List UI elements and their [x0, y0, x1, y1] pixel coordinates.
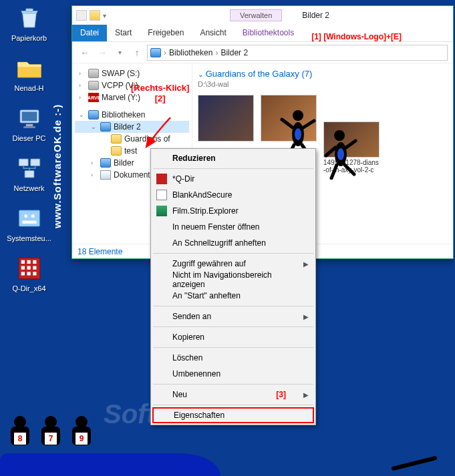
svg-rect-17	[27, 266, 30, 270]
title-bar[interactable]: ▾ Verwalten Bilder 2	[72, 6, 453, 25]
tab-file[interactable]: Datei	[72, 25, 107, 41]
status-item-count: 18 Elemente	[78, 247, 122, 256]
cartoon-figure	[321, 126, 361, 180]
context-menu-item[interactable]: Löschen	[152, 350, 314, 366]
library-icon	[100, 158, 111, 168]
tab-view[interactable]: Ansicht	[192, 25, 234, 41]
context-menu-label: An Schnellzugriff anheften	[172, 238, 266, 248]
context-menu-label: In neuem Fenster öffnen	[172, 222, 260, 232]
qat-button[interactable]	[76, 10, 87, 21]
context-menu-item[interactable]: BlankAndSecure	[152, 187, 314, 203]
context-menu-separator	[153, 253, 313, 254]
context-menu-label: BlankAndSecure	[172, 190, 232, 200]
context-menu-label: An "Start" anheften	[172, 291, 241, 300]
svg-rect-19	[21, 272, 24, 275]
context-menu-item[interactable]: Neu▶[3]	[152, 387, 314, 403]
tree-item-libraries[interactable]: ⌄Bibliotheken	[75, 109, 189, 121]
tree-item-bilder2[interactable]: ⌄Bilder 2	[75, 121, 189, 133]
desktop-icon-user-folder[interactable]: Nenad-H	[4, 54, 54, 92]
svg-rect-16	[21, 266, 24, 270]
submenu-arrow-icon: ▶	[303, 260, 309, 268]
juror-score: 8	[13, 432, 27, 445]
nav-back-button[interactable]: ←	[78, 45, 92, 60]
context-menu-item[interactable]: Nicht im Navigationsbereich anzeigen	[152, 272, 314, 288]
chevron-right-icon[interactable]: ›	[91, 160, 98, 166]
annotation-2-line2: [2]	[131, 93, 189, 104]
qat-button[interactable]	[90, 10, 100, 21]
juror-figure: 9	[67, 416, 96, 456]
desktop-icon-qdir[interactable]: Q-Dir_x64	[4, 254, 54, 292]
context-menu-item[interactable]: In neuem Fenster öffnen	[152, 219, 314, 235]
context-menu-item[interactable]: Zugriff gewähren auf▶	[152, 256, 314, 272]
drive-icon	[88, 81, 99, 90]
tree-item-folder[interactable]: Guardians of	[75, 133, 189, 145]
context-menu-label: Zugriff gewähren auf	[172, 259, 246, 268]
folder-icon	[111, 134, 122, 144]
context-menu-item[interactable]: An Schnellzugriff anheften	[152, 235, 314, 251]
folder-icon	[111, 146, 122, 156]
submenu-arrow-icon: ▶	[303, 313, 309, 320]
chevron-down-icon[interactable]: ⌄	[91, 124, 98, 130]
tree-label: Bibliotheken	[102, 110, 145, 120]
nav-up-button[interactable]: ↑	[130, 45, 144, 60]
svg-point-24	[295, 128, 301, 140]
desktop-icon-network[interactable]: Netzwerk	[4, 154, 54, 192]
breadcrumb-root[interactable]: Bibliotheken	[169, 48, 212, 57]
group-header[interactable]: ⌄ Guardians of the Galaxy (7)	[198, 69, 448, 79]
context-menu-label: Neu	[172, 390, 187, 399]
chevron-down-icon[interactable]: ⌄	[79, 111, 86, 118]
context-menu-item[interactable]: Eigenschaften	[152, 407, 314, 423]
context-menu-label: Löschen	[172, 353, 202, 363]
desktop-icon-this-pc[interactable]: Dieser PC	[4, 104, 54, 142]
tree-item-drive[interactable]: ›SWAP (S:)	[75, 67, 189, 79]
document-icon	[100, 170, 111, 180]
desktop-label: Dieser PC	[12, 134, 45, 142]
nav-recent-button[interactable]: ▾	[112, 45, 127, 60]
juror-score: 9	[75, 432, 88, 445]
library-icon	[88, 110, 99, 120]
tab-share[interactable]: Freigeben	[140, 25, 192, 41]
chevron-right-icon[interactable]: ›	[91, 172, 98, 178]
jurors-table	[0, 453, 220, 476]
svg-point-27	[337, 148, 344, 160]
chevron-right-icon[interactable]: ›	[79, 82, 86, 89]
ribbon-contextual-tab[interactable]: Verwalten	[230, 9, 282, 21]
chevron-right-icon[interactable]: ›	[79, 70, 86, 77]
film-icon	[156, 206, 167, 216]
svg-point-22	[293, 110, 303, 121]
tree-label: Guardians of	[124, 134, 170, 144]
recycle-bin-icon	[15, 4, 43, 32]
tab-start[interactable]: Start	[107, 25, 140, 41]
svg-rect-15	[33, 260, 36, 264]
drive-icon	[88, 69, 99, 78]
address-bar[interactable]: › Bibliotheken › Bilder 2	[147, 45, 448, 61]
context-menu-item[interactable]: An "Start" anheften	[152, 288, 314, 304]
quick-access-toolbar: ▾	[72, 10, 106, 21]
tab-library-tools[interactable]: Bibliothektools	[235, 25, 302, 41]
context-menu-separator	[153, 306, 313, 306]
group-subtitle: D:\3d-wal	[198, 80, 448, 88]
context-menu-item[interactable]: Senden an▶	[152, 308, 314, 324]
breadcrumb-current[interactable]: Bilder 2	[220, 48, 248, 57]
breadcrumb-separator-icon: ›	[215, 48, 218, 57]
qdir-icon	[156, 174, 167, 184]
nav-forward-button[interactable]: →	[95, 45, 110, 60]
svg-rect-21	[33, 272, 36, 275]
desktop-icon-recycle-bin[interactable]: Papierkorb	[4, 4, 54, 42]
juror-figure: 7	[36, 416, 65, 456]
annotation-2-line1: [Rechts-Klick]	[131, 83, 189, 93]
jurors-row: 8 7 9	[5, 416, 96, 456]
desktop-icon-control-panel[interactable]: Systemsteu...	[4, 204, 54, 242]
network-icon	[15, 154, 43, 182]
svg-rect-7	[25, 171, 34, 178]
svg-rect-8	[19, 210, 40, 227]
context-menu-label: Reduzieren	[172, 154, 216, 163]
control-panel-icon	[15, 204, 43, 232]
context-menu-item[interactable]: *Q-Dir	[152, 171, 314, 187]
context-menu-item[interactable]: Film.Strip.Explorer	[152, 203, 314, 219]
context-menu-item[interactable]: Umbenennen	[152, 366, 314, 382]
tree-label: Bilder	[114, 158, 134, 168]
annotation-3: [3]	[276, 390, 286, 399]
context-menu-item[interactable]: Reduzieren	[152, 150, 314, 166]
context-menu-item[interactable]: Kopieren	[152, 329, 314, 345]
